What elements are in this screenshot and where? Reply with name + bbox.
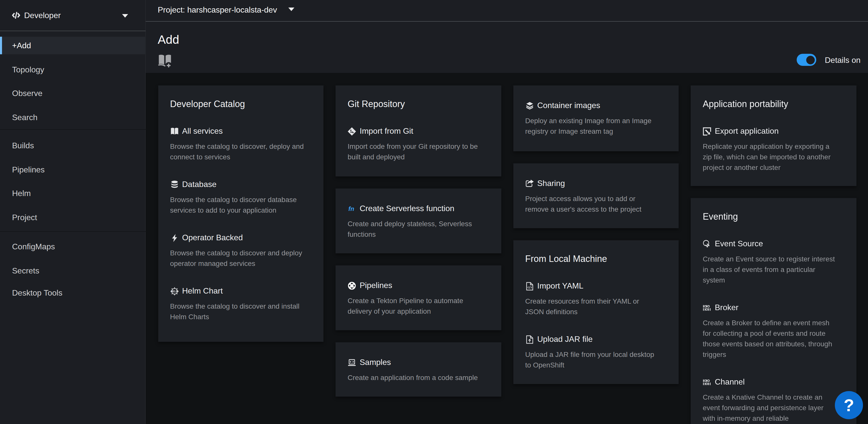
svg-text:fn: fn — [348, 205, 354, 212]
svg-text:HELM: HELM — [171, 290, 178, 293]
